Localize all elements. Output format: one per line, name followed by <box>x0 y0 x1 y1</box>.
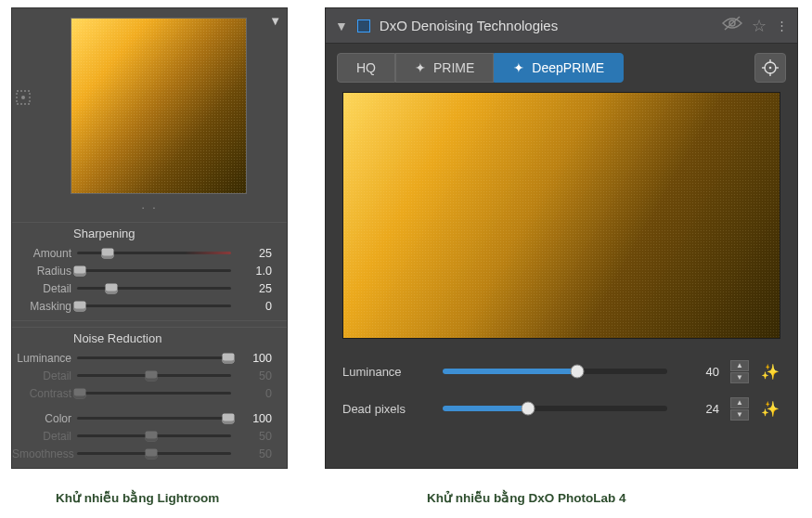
dxo-luminance-spinner[interactable]: ▲▼ <box>730 360 749 383</box>
dxo-luminance-label: Luminance <box>342 365 432 379</box>
amount-slider[interactable] <box>77 247 231 260</box>
color-detail-row: Detail 50 <box>12 427 287 445</box>
favorite-star-icon[interactable]: ☆ <box>752 16 767 36</box>
detail-label: Detail <box>12 282 77 295</box>
dxo-deadpixels-spinner[interactable]: ▲▼ <box>730 397 749 421</box>
radius-value[interactable]: 1.0 <box>231 265 272 278</box>
color-value[interactable]: 100 <box>231 412 272 425</box>
magic-wand-icon[interactable]: ✨ <box>760 400 780 418</box>
dxo-denoising-panel: ▼ DxO Denoising Technologies ☆ ⋮ HQ ✦PRI… <box>325 7 798 469</box>
contrast-row: Contrast 0 <box>12 384 287 402</box>
enable-checkbox[interactable] <box>357 19 370 32</box>
radius-label: Radius <box>12 265 77 278</box>
lightroom-detail-panel: ▼ · · Sharpening Amount 25 Radius 1.0 De… <box>11 7 288 469</box>
amount-row: Amount 25 <box>12 244 287 262</box>
luminance-detail-label: Detail <box>12 369 77 382</box>
sharpening-section-title: Sharpening <box>12 222 287 244</box>
amount-label: Amount <box>12 247 77 260</box>
dxo-preview-area[interactable] <box>342 92 780 339</box>
caption-lightroom: Khử nhiễu bằng Lightroom <box>56 490 219 505</box>
contrast-label: Contrast <box>12 387 77 400</box>
tab-prime[interactable]: ✦PRIME <box>395 53 494 83</box>
sparkle-icon: ✦ <box>415 60 426 75</box>
divider-dots: · · <box>12 198 287 222</box>
smoothness-slider <box>77 447 231 460</box>
masking-row: Masking 0 <box>12 297 287 315</box>
dxo-luminance-row: Luminance 40 ▲▼ ✨ <box>342 356 780 387</box>
luminance-row: Luminance 100 <box>12 349 287 367</box>
radius-row: Radius 1.0 <box>12 262 287 279</box>
detail-value[interactable]: 25 <box>231 282 272 295</box>
visibility-eye-icon[interactable] <box>722 16 742 35</box>
smoothness-value: 50 <box>231 447 272 460</box>
masking-slider[interactable] <box>77 300 231 313</box>
caption-dxo: Khử nhiễu bằng DxO PhotoLab 4 <box>427 490 625 505</box>
luminance-label: Luminance <box>12 352 77 365</box>
color-detail-value: 50 <box>231 430 272 443</box>
dxo-panel-header: ▼ DxO Denoising Technologies ☆ ⋮ <box>326 8 797 44</box>
color-row: Color 100 <box>12 409 287 427</box>
dxo-deadpixels-label: Dead pixels <box>342 402 432 416</box>
collapse-icon[interactable]: ▼ <box>335 19 348 33</box>
masking-label: Masking <box>12 300 77 313</box>
denoising-mode-tabs: HQ ✦PRIME ✦DeepPRIME <box>326 44 797 92</box>
target-preview-button[interactable] <box>754 53 786 83</box>
luminance-value[interactable]: 100 <box>231 352 272 365</box>
collapse-icon[interactable]: ▼ <box>269 14 281 28</box>
tab-deepprime[interactable]: ✦DeepPRIME <box>494 53 624 83</box>
menu-icon[interactable]: ⋮ <box>776 19 788 32</box>
masking-value[interactable]: 0 <box>231 300 272 313</box>
color-slider[interactable] <box>77 412 231 425</box>
dxo-luminance-slider[interactable] <box>443 364 667 379</box>
amount-value[interactable]: 25 <box>231 247 272 260</box>
detail-slider[interactable] <box>77 282 231 295</box>
radius-slider[interactable] <box>77 265 231 278</box>
luminance-detail-row: Detail 50 <box>12 367 287 384</box>
lightroom-preview-thumbnail[interactable] <box>71 18 247 194</box>
preview-mode-icon[interactable] <box>12 8 34 108</box>
luminance-detail-slider <box>77 369 231 382</box>
noise-reduction-section-title: Noise Reduction <box>12 327 287 349</box>
sparkle-icon: ✦ <box>513 60 524 75</box>
panel-title: DxO Denoising Technologies <box>380 18 713 33</box>
dxo-deadpixels-value[interactable]: 24 <box>678 402 719 416</box>
color-label: Color <box>12 412 77 425</box>
color-detail-label: Detail <box>12 430 77 443</box>
dxo-deadpixels-slider[interactable] <box>443 401 667 416</box>
detail-row: Detail 25 <box>12 279 287 297</box>
smoothness-row: Smoothness 50 <box>12 445 287 462</box>
luminance-detail-value: 50 <box>231 369 272 382</box>
color-detail-slider <box>77 430 231 443</box>
dxo-deadpixels-row: Dead pixels 24 ▲▼ ✨ <box>342 393 780 424</box>
magic-wand-icon[interactable]: ✨ <box>760 363 780 381</box>
dxo-luminance-value[interactable]: 40 <box>678 365 719 379</box>
contrast-slider <box>77 387 231 400</box>
smoothness-label: Smoothness <box>12 447 77 460</box>
svg-point-1 <box>21 96 25 99</box>
luminance-slider[interactable] <box>77 352 231 365</box>
tab-hq[interactable]: HQ <box>337 53 395 83</box>
contrast-value: 0 <box>231 387 272 400</box>
svg-point-9 <box>769 67 772 70</box>
